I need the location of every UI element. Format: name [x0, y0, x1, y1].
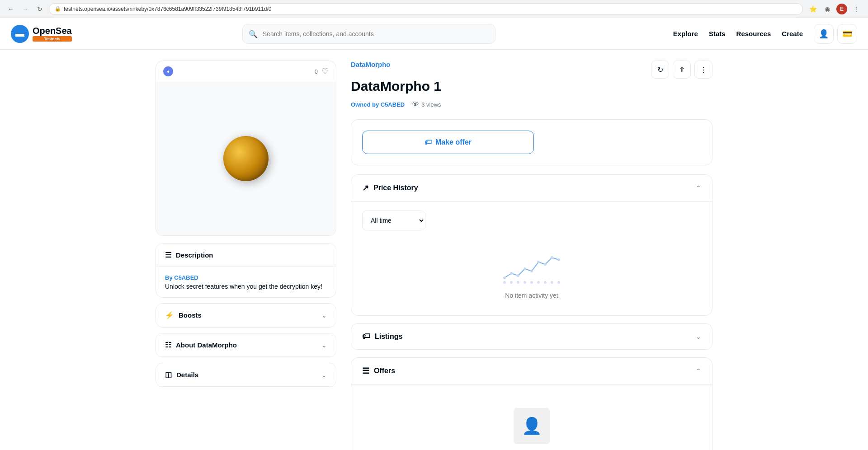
chart-placeholder: [500, 248, 563, 285]
nav-explore[interactable]: Explore: [673, 30, 698, 38]
description-header[interactable]: ☰ Description: [156, 244, 336, 267]
make-offer-button[interactable]: 🏷 Make offer: [362, 131, 534, 154]
details-header[interactable]: ◫ Details ⌄: [156, 363, 336, 387]
owned-by: Owned by C5ABED: [351, 101, 405, 108]
offers-icon: ☰: [362, 366, 369, 376]
svg-point-17: [557, 281, 560, 284]
menu-btn[interactable]: ⋮: [850, 3, 863, 15]
description-by: By C5ABED: [165, 274, 327, 281]
main-content: ♦ 0 ♡ ☰ Description By C5ABED: [145, 50, 723, 450]
svg-point-8: [557, 258, 560, 261]
eye-icon: 👁: [412, 100, 419, 108]
svg-point-15: [544, 281, 547, 284]
svg-point-9: [503, 281, 506, 284]
browser-actions: ⭐ ◉ E ⋮: [807, 3, 863, 15]
like-button[interactable]: ♡: [321, 66, 329, 76]
nft-image-card: ♦ 0 ♡: [156, 61, 336, 236]
description-body: By C5ABED Unlock secret features when yo…: [156, 267, 336, 297]
browser-back-btn[interactable]: ←: [5, 4, 16, 14]
svg-point-7: [551, 256, 553, 259]
about-icon: ☷: [165, 341, 171, 349]
browser-forward-btn[interactable]: →: [20, 4, 31, 14]
details-title: ◫ Details: [165, 370, 198, 379]
nav-stats[interactable]: Stats: [709, 30, 726, 38]
offer-card: 🏷 Make offer: [351, 119, 712, 165]
more-btn[interactable]: ⋮: [694, 61, 712, 79]
time-filter-select[interactable]: All time Last 7 days Last 30 days Last 9…: [362, 211, 425, 230]
price-history-body: All time Last 7 days Last 30 days Last 9…: [351, 202, 712, 315]
details-icon: ◫: [165, 370, 172, 379]
bookmark-btn[interactable]: ⭐: [807, 3, 819, 15]
views-text: 3 views: [421, 101, 441, 108]
description-title: ☰ Description: [165, 251, 213, 259]
about-title: ☷ About DataMorpho: [165, 341, 237, 349]
svg-point-1: [510, 272, 513, 275]
share-btn[interactable]: ⇧: [673, 61, 691, 79]
search-input[interactable]: [242, 24, 495, 44]
refresh-btn[interactable]: ↻: [651, 61, 669, 79]
like-count: 0: [315, 68, 318, 75]
description-author-link[interactable]: C5ABED: [174, 274, 198, 281]
svg-point-13: [530, 281, 533, 284]
offers-title: ☰ Offers: [362, 366, 395, 376]
svg-point-2: [517, 274, 519, 277]
boosts-title-text: Boosts: [179, 311, 202, 319]
listings-icon: 🏷: [362, 332, 370, 341]
svg-point-0: [503, 277, 506, 279]
account-btn[interactable]: 👤: [814, 24, 834, 44]
details-title-text: Details: [176, 371, 198, 379]
owner-link[interactable]: C5ABED: [381, 101, 405, 108]
address-bar[interactable]: 🔒 testnets.opensea.io/assets/rinkeby/0x7…: [49, 3, 803, 15]
about-card: ☷ About DataMorpho ⌄: [156, 333, 336, 357]
listings-header[interactable]: 🏷 Listings ⌄: [351, 323, 712, 350]
logo[interactable]: ▬ OpenSea Testnets: [11, 25, 72, 43]
offers-empty: 👤: [362, 394, 701, 450]
chart-icon: ↗: [362, 183, 369, 193]
ownership-row: Owned by C5ABED 👁 3 views: [351, 100, 712, 108]
right-header-left: DataMorpho: [351, 61, 651, 73]
extension-btn[interactable]: ◉: [821, 3, 834, 15]
details-card: ◫ Details ⌄: [156, 363, 336, 387]
offers-empty-image: 👤: [514, 408, 550, 444]
left-column: ♦ 0 ♡ ☰ Description By C5ABED: [156, 61, 336, 450]
browser-avatar: E: [836, 4, 847, 14]
wallet-btn[interactable]: 💳: [837, 24, 857, 44]
opensea-logo-icon: ▬: [11, 25, 29, 43]
description-text: Unlock secret features when you get the …: [165, 283, 327, 290]
offers-body: 👤: [351, 384, 712, 450]
profile-btn[interactable]: E: [835, 3, 848, 15]
right-header: DataMorpho ↻ ⇧ ⋮: [351, 61, 712, 79]
svg-point-10: [510, 281, 513, 284]
views-count: 👁 3 views: [412, 100, 441, 108]
tag-icon: 🏷: [425, 138, 432, 146]
svg-point-5: [537, 261, 540, 263]
nft-image-body: [156, 82, 336, 235]
collection-link[interactable]: DataMorpho: [351, 61, 651, 68]
bolt-icon: ⚡: [165, 311, 174, 319]
description-title-text: Description: [176, 251, 213, 259]
right-header-actions: ↻ ⇧ ⋮: [651, 61, 712, 79]
nav-create[interactable]: Create: [782, 30, 803, 38]
price-history-panel: ↗ Price History ⌃ All time Last 7 days L…: [351, 174, 712, 316]
about-header[interactable]: ☷ About DataMorpho ⌄: [156, 333, 336, 357]
price-history-header[interactable]: ↗ Price History ⌃: [351, 175, 712, 202]
offers-header[interactable]: ☰ Offers ⌃: [351, 358, 712, 384]
offers-panel: ☰ Offers ⌃ 👤: [351, 357, 712, 450]
logo-text: OpenSea: [33, 26, 72, 36]
offers-chevron-icon: ⌃: [696, 367, 701, 375]
nav-resources[interactable]: Resources: [736, 30, 771, 38]
boosts-header[interactable]: ⚡ Boosts ⌄: [156, 304, 336, 327]
asset-title: DataMorpho 1: [351, 79, 712, 94]
browser-reload-btn[interactable]: ↻: [34, 4, 45, 14]
logo-badge: Testnets: [33, 36, 72, 42]
main-nav: Explore Stats Resources Create: [673, 30, 803, 38]
svg-point-16: [551, 281, 553, 284]
right-column: DataMorpho ↻ ⇧ ⋮ DataMorpho 1 Owned by C…: [351, 61, 712, 450]
header-actions: 👤 💳: [814, 24, 857, 44]
listings-panel: 🏷 Listings ⌄: [351, 323, 712, 350]
about-chevron-icon: ⌄: [321, 342, 327, 349]
svg-point-4: [530, 270, 533, 272]
boosts-chevron-icon: ⌄: [321, 312, 327, 319]
address-text: testnets.opensea.io/assets/rinkeby/0x787…: [64, 6, 272, 12]
svg-point-11: [517, 281, 519, 284]
